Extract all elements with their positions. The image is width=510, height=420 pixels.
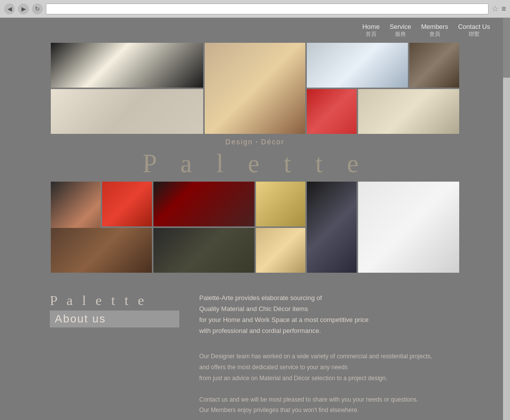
nav-members-zh: 會員 bbox=[421, 30, 448, 38]
photo-mirror bbox=[153, 228, 255, 273]
photo-white-sofa bbox=[358, 182, 459, 273]
nav-service-en: Service bbox=[389, 23, 411, 30]
nav-item-home[interactable]: Home 首頁 bbox=[362, 23, 380, 38]
brand-tagline: Design・Décor bbox=[226, 138, 285, 147]
about-body-line3: from just an advice on Material and Déco… bbox=[199, 375, 387, 382]
photo-chandelier bbox=[307, 182, 357, 273]
navigation: Home 首頁 Service 服務 Members 會員 Contact Us… bbox=[0, 18, 510, 43]
about-section: P a l e t t e About us Palette-Arte prov… bbox=[0, 273, 510, 420]
nav-item-members[interactable]: Members 會員 bbox=[421, 23, 448, 38]
about-body-line1: Our Designer team has worked on a wide v… bbox=[199, 353, 432, 360]
nav-contact-zh: 聯繫 bbox=[458, 30, 490, 38]
photo-red-room bbox=[307, 89, 357, 134]
photo-living-room-1 bbox=[51, 43, 203, 88]
scrollbar[interactable] bbox=[503, 18, 510, 420]
about-desc-line2: Quality Material and Chic Décor items bbox=[199, 305, 308, 313]
forward-button[interactable]: ▶ bbox=[18, 3, 29, 14]
about-left: P a l e t t e About us bbox=[50, 293, 179, 416]
nav-contact-en: Contact Us bbox=[458, 23, 490, 30]
about-us-text: About us bbox=[55, 313, 106, 325]
photo-decor bbox=[256, 228, 306, 273]
about-body-line6: Our Members enjoy privileges that you wo… bbox=[199, 407, 359, 414]
about-us-box: About us bbox=[50, 311, 179, 327]
menu-icon[interactable]: ≡ bbox=[502, 4, 506, 13]
photo-office bbox=[307, 43, 408, 88]
photo-living-room-2 bbox=[51, 89, 203, 134]
about-palette-label: P a l e t t e bbox=[50, 293, 179, 309]
about-body-line2: and offers the most dedicated service to… bbox=[199, 364, 348, 371]
site-wrapper: Home 首頁 Service 服務 Members 會員 Contact Us… bbox=[0, 18, 510, 420]
reload-button[interactable]: ↻ bbox=[32, 3, 43, 14]
photo-cushion bbox=[256, 182, 306, 226]
nav-home-zh: 首頁 bbox=[362, 30, 380, 38]
brand-name: P a l e t t e bbox=[142, 149, 368, 178]
photo-conference bbox=[409, 43, 459, 88]
nav-item-contact[interactable]: Contact Us 聯繫 bbox=[458, 23, 490, 38]
about-right: Palette-Arte provides elaborate sourcing… bbox=[199, 293, 460, 416]
photo-bowl bbox=[102, 182, 152, 226]
about-desc-line1: Palette-Arte provides elaborate sourcing… bbox=[199, 294, 322, 302]
brand-area: Design・Décor P a l e t t e bbox=[51, 135, 459, 180]
nav-members-en: Members bbox=[421, 23, 448, 30]
nav-item-service[interactable]: Service 服務 bbox=[389, 23, 411, 38]
about-desc-line4: with professional and cordial performanc… bbox=[199, 327, 321, 334]
about-body-line5: Contact us and we will be most pleased t… bbox=[199, 396, 418, 403]
address-bar[interactable] bbox=[46, 3, 489, 14]
nav-service-zh: 服務 bbox=[389, 30, 411, 38]
bookmark-icon[interactable]: ☆ bbox=[492, 4, 499, 13]
photo-modern-room bbox=[358, 89, 459, 134]
photo-grid: Design・Décor P a l e t t e bbox=[51, 43, 459, 273]
photo-table bbox=[51, 228, 152, 273]
nav-home-en: Home bbox=[362, 23, 380, 30]
grid-container: Design・Décor P a l e t t e bbox=[51, 43, 459, 273]
about-body-text: Our Designer team has worked on a wide v… bbox=[199, 351, 460, 416]
back-button[interactable]: ◀ bbox=[4, 3, 15, 14]
photo-fireplace bbox=[205, 43, 306, 134]
browser-toolbar: ◀ ▶ ↻ ☆ ≡ bbox=[0, 0, 510, 18]
scrollbar-thumb[interactable] bbox=[503, 18, 510, 78]
about-desc-line3: for your Home and Work Space at a most c… bbox=[199, 316, 369, 323]
about-description: Palette-Arte provides elaborate sourcing… bbox=[199, 293, 460, 336]
photo-wine-glasses bbox=[153, 182, 255, 226]
